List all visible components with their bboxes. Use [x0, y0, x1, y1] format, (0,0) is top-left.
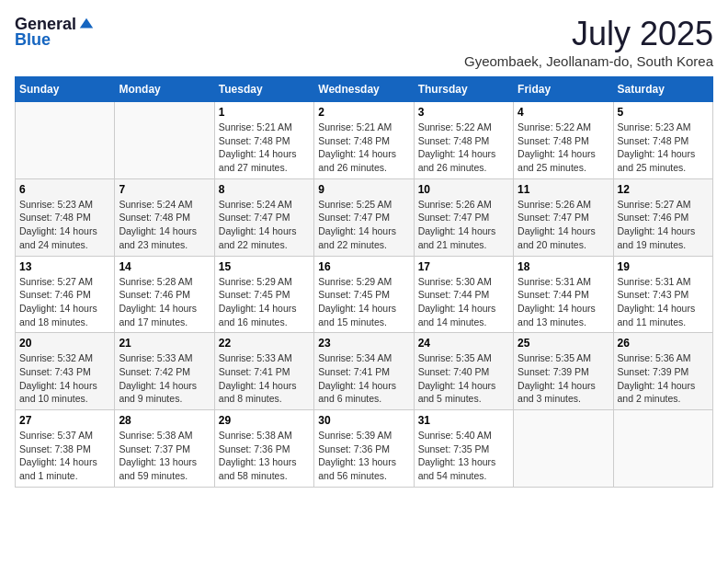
day-number: 21 [119, 337, 210, 350]
calendar-cell: 4Sunrise: 5:22 AM Sunset: 7:48 PM Daylig… [514, 102, 613, 179]
day-number: 29 [219, 414, 310, 427]
day-header-tuesday: Tuesday [214, 77, 313, 102]
day-number: 28 [119, 414, 210, 427]
day-info: Sunrise: 5:24 AM Sunset: 7:47 PM Dayligh… [219, 198, 310, 252]
calendar-cell: 24Sunrise: 5:35 AM Sunset: 7:40 PM Dayli… [414, 333, 513, 410]
day-info: Sunrise: 5:35 AM Sunset: 7:39 PM Dayligh… [518, 351, 609, 406]
day-number: 8 [219, 183, 310, 196]
day-info: Sunrise: 5:36 AM Sunset: 7:39 PM Dayligh… [618, 351, 709, 406]
calendar-cell: 25Sunrise: 5:35 AM Sunset: 7:39 PM Dayli… [514, 333, 613, 410]
day-info: Sunrise: 5:24 AM Sunset: 7:48 PM Dayligh… [119, 198, 210, 252]
day-info: Sunrise: 5:39 AM Sunset: 7:36 PM Dayligh… [318, 429, 409, 483]
calendar-cell: 31Sunrise: 5:40 AM Sunset: 7:35 PM Dayli… [414, 410, 513, 488]
calendar-cell: 17Sunrise: 5:30 AM Sunset: 7:44 PM Dayli… [414, 256, 513, 333]
day-number: 14 [119, 260, 210, 273]
calendar-cell: 30Sunrise: 5:39 AM Sunset: 7:36 PM Dayli… [314, 410, 414, 488]
day-number: 9 [318, 183, 409, 196]
day-info: Sunrise: 5:27 AM Sunset: 7:46 PM Dayligh… [19, 275, 110, 329]
calendar-body: 1Sunrise: 5:21 AM Sunset: 7:48 PM Daylig… [16, 102, 713, 488]
calendar-cell: 1Sunrise: 5:21 AM Sunset: 7:48 PM Daylig… [214, 102, 313, 179]
calendar-cell: 6Sunrise: 5:23 AM Sunset: 7:48 PM Daylig… [16, 178, 115, 256]
calendar-cell: 18Sunrise: 5:31 AM Sunset: 7:44 PM Dayli… [514, 256, 613, 333]
calendar-cell: 5Sunrise: 5:23 AM Sunset: 7:48 PM Daylig… [613, 102, 712, 179]
day-number: 2 [318, 106, 409, 119]
day-info: Sunrise: 5:25 AM Sunset: 7:47 PM Dayligh… [318, 198, 409, 252]
day-number: 10 [418, 183, 509, 196]
day-info: Sunrise: 5:22 AM Sunset: 7:48 PM Dayligh… [418, 121, 509, 175]
day-number: 16 [318, 260, 409, 273]
day-header-sunday: Sunday [16, 77, 115, 102]
day-number: 11 [518, 183, 609, 196]
day-number: 19 [618, 260, 709, 273]
calendar-cell: 26Sunrise: 5:36 AM Sunset: 7:39 PM Dayli… [613, 333, 712, 410]
day-number: 7 [119, 183, 210, 196]
day-number: 4 [518, 106, 609, 119]
svg-marker-0 [80, 17, 93, 28]
day-info: Sunrise: 5:27 AM Sunset: 7:46 PM Dayligh… [618, 198, 709, 252]
day-number: 1 [219, 106, 310, 119]
day-number: 13 [19, 260, 110, 273]
day-number: 22 [219, 337, 310, 350]
week-row-4: 20Sunrise: 5:32 AM Sunset: 7:43 PM Dayli… [16, 333, 713, 410]
calendar-cell: 3Sunrise: 5:22 AM Sunset: 7:48 PM Daylig… [414, 102, 513, 179]
calendar-cell: 10Sunrise: 5:26 AM Sunset: 7:47 PM Dayli… [414, 178, 513, 256]
week-row-1: 1Sunrise: 5:21 AM Sunset: 7:48 PM Daylig… [16, 102, 713, 179]
day-number: 3 [418, 106, 509, 119]
day-info: Sunrise: 5:35 AM Sunset: 7:40 PM Dayligh… [418, 351, 509, 406]
calendar-cell: 7Sunrise: 5:24 AM Sunset: 7:48 PM Daylig… [115, 178, 214, 256]
week-row-3: 13Sunrise: 5:27 AM Sunset: 7:46 PM Dayli… [16, 256, 713, 333]
day-info: Sunrise: 5:22 AM Sunset: 7:48 PM Dayligh… [518, 121, 609, 175]
logo-blue-text: Blue [15, 30, 51, 50]
day-number: 24 [418, 337, 509, 350]
calendar-cell: 2Sunrise: 5:21 AM Sunset: 7:48 PM Daylig… [314, 102, 414, 179]
calendar-cell: 28Sunrise: 5:38 AM Sunset: 7:37 PM Dayli… [115, 410, 214, 488]
day-number: 6 [19, 183, 110, 196]
day-info: Sunrise: 5:29 AM Sunset: 7:45 PM Dayligh… [318, 275, 409, 329]
logo: General Blue [15, 15, 95, 50]
calendar-cell: 22Sunrise: 5:33 AM Sunset: 7:41 PM Dayli… [214, 333, 313, 410]
calendar-header: SundayMondayTuesdayWednesdayThursdayFrid… [16, 77, 713, 102]
calendar-cell: 14Sunrise: 5:28 AM Sunset: 7:46 PM Dayli… [115, 256, 214, 333]
day-number: 30 [318, 414, 409, 427]
day-info: Sunrise: 5:34 AM Sunset: 7:41 PM Dayligh… [318, 351, 409, 406]
calendar-cell: 11Sunrise: 5:26 AM Sunset: 7:47 PM Dayli… [514, 178, 613, 256]
day-info: Sunrise: 5:28 AM Sunset: 7:46 PM Dayligh… [119, 275, 210, 329]
day-info: Sunrise: 5:21 AM Sunset: 7:48 PM Dayligh… [219, 121, 310, 175]
calendar-table: SundayMondayTuesdayWednesdayThursdayFrid… [15, 76, 713, 488]
day-info: Sunrise: 5:21 AM Sunset: 7:48 PM Dayligh… [318, 121, 409, 175]
day-info: Sunrise: 5:26 AM Sunset: 7:47 PM Dayligh… [518, 198, 609, 252]
location: Gyeombaek, Jeollanam-do, South Korea [464, 53, 713, 69]
day-header-wednesday: Wednesday [314, 77, 414, 102]
day-info: Sunrise: 5:23 AM Sunset: 7:48 PM Dayligh… [19, 198, 110, 252]
calendar-cell [514, 410, 613, 488]
day-header-friday: Friday [514, 77, 613, 102]
calendar-cell: 21Sunrise: 5:33 AM Sunset: 7:42 PM Dayli… [115, 333, 214, 410]
calendar-cell: 29Sunrise: 5:38 AM Sunset: 7:36 PM Dayli… [214, 410, 313, 488]
day-info: Sunrise: 5:32 AM Sunset: 7:43 PM Dayligh… [19, 351, 110, 406]
day-info: Sunrise: 5:38 AM Sunset: 7:36 PM Dayligh… [219, 429, 310, 483]
logo-icon [78, 17, 95, 33]
page-header: General Blue July 2025 Gyeombaek, Jeolla… [15, 15, 713, 69]
day-info: Sunrise: 5:37 AM Sunset: 7:38 PM Dayligh… [19, 429, 110, 483]
week-row-2: 6Sunrise: 5:23 AM Sunset: 7:48 PM Daylig… [16, 178, 713, 256]
day-info: Sunrise: 5:23 AM Sunset: 7:48 PM Dayligh… [618, 121, 709, 175]
calendar-cell [613, 410, 712, 488]
day-info: Sunrise: 5:30 AM Sunset: 7:44 PM Dayligh… [418, 275, 509, 329]
title-block: July 2025 Gyeombaek, Jeollanam-do, South… [464, 15, 713, 69]
day-info: Sunrise: 5:26 AM Sunset: 7:47 PM Dayligh… [418, 198, 509, 252]
day-headers-row: SundayMondayTuesdayWednesdayThursdayFrid… [16, 77, 713, 102]
calendar-cell: 12Sunrise: 5:27 AM Sunset: 7:46 PM Dayli… [613, 178, 712, 256]
day-number: 12 [618, 183, 709, 196]
day-number: 23 [318, 337, 409, 350]
day-info: Sunrise: 5:40 AM Sunset: 7:35 PM Dayligh… [418, 429, 509, 483]
day-info: Sunrise: 5:31 AM Sunset: 7:43 PM Dayligh… [618, 275, 709, 329]
day-header-monday: Monday [115, 77, 214, 102]
day-info: Sunrise: 5:38 AM Sunset: 7:37 PM Dayligh… [119, 429, 210, 483]
month-title: July 2025 [464, 15, 713, 53]
calendar-cell: 20Sunrise: 5:32 AM Sunset: 7:43 PM Dayli… [16, 333, 115, 410]
day-info: Sunrise: 5:33 AM Sunset: 7:41 PM Dayligh… [219, 351, 310, 406]
day-number: 15 [219, 260, 310, 273]
day-header-thursday: Thursday [414, 77, 513, 102]
calendar-cell: 15Sunrise: 5:29 AM Sunset: 7:45 PM Dayli… [214, 256, 313, 333]
calendar-cell: 23Sunrise: 5:34 AM Sunset: 7:41 PM Dayli… [314, 333, 414, 410]
